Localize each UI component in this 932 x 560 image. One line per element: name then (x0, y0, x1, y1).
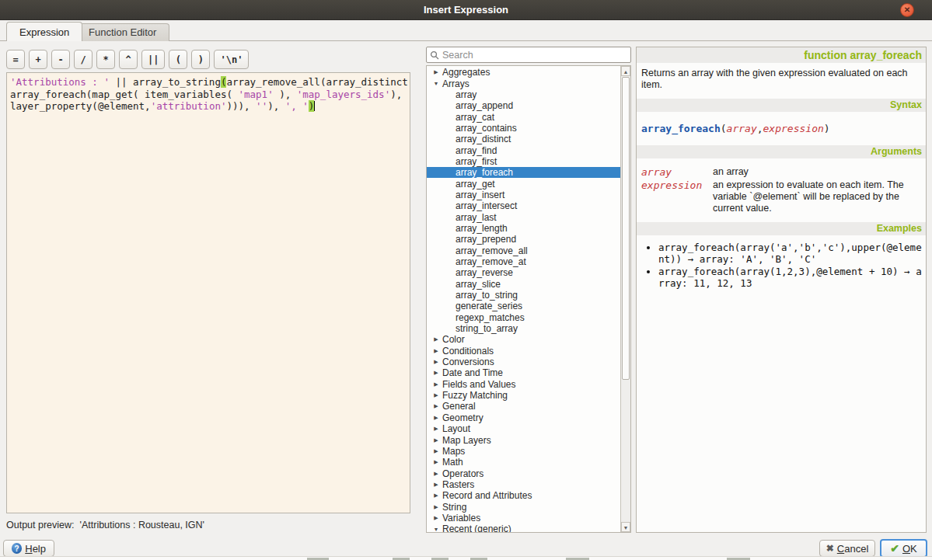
chevron-right-icon[interactable]: ▶ (431, 459, 441, 465)
chevron-right-icon[interactable]: ▶ (431, 359, 441, 365)
tree-group-aggregates[interactable]: ▶Aggregates (427, 67, 620, 78)
tree-item-array-remove-at[interactable]: array_remove_at (427, 256, 620, 267)
tree-group-math[interactable]: ▶Math (427, 457, 620, 468)
operator-button[interactable]: ) (191, 50, 210, 69)
tree-group-arrays[interactable]: ▼Arrays (427, 78, 620, 89)
operator-button[interactable]: ( (169, 50, 187, 69)
tree-label: Conditionals (442, 346, 494, 357)
chevron-right-icon[interactable]: ▶ (431, 515, 441, 521)
chevron-down-icon[interactable]: ▼ (431, 527, 441, 532)
tree-item-array-first[interactable]: array_first (427, 156, 620, 167)
scroll-down-icon[interactable]: ▼ (621, 522, 630, 532)
tree-item-array-find[interactable]: array_find (427, 144, 620, 155)
help-button-label: Help (25, 543, 46, 555)
tree-group-fields-and-values[interactable]: ▶Fields and Values (427, 379, 620, 390)
syntax-function-name: array_foreach (641, 123, 721, 134)
chevron-right-icon[interactable]: ▶ (431, 504, 441, 510)
chevron-right-icon[interactable]: ▶ (431, 471, 441, 477)
tree-group-operators[interactable]: ▶Operators (427, 468, 620, 478)
cancel-button[interactable]: ✖ Cancel (819, 540, 875, 557)
tree-item-array-length[interactable]: array_length (427, 223, 620, 234)
tree-label: array_get (456, 179, 495, 190)
tree-group-rasters[interactable]: ▶Rasters (427, 479, 620, 490)
expression-editor[interactable]: 'Attributions : ' || array_to_string(arr… (6, 72, 410, 513)
chevron-right-icon[interactable]: ▶ (431, 370, 441, 376)
tree-item-array-distinct[interactable]: array_distinct (427, 134, 620, 144)
chevron-right-icon[interactable]: ▶ (431, 448, 441, 454)
tree-label: array_remove_all (456, 245, 528, 256)
chevron-right-icon[interactable]: ▶ (431, 437, 441, 443)
chevron-right-icon[interactable]: ▶ (431, 415, 441, 421)
operator-button[interactable]: * (96, 50, 115, 69)
tree-item-array-get[interactable]: array_get (427, 178, 620, 189)
chevron-right-icon[interactable]: ▶ (431, 392, 441, 398)
ok-button[interactable]: ✔ OK (880, 539, 927, 558)
tree-item-array-last[interactable]: array_last (427, 211, 620, 222)
tab-expression[interactable]: Expression (6, 22, 82, 41)
operator-button[interactable]: = (6, 50, 25, 69)
chevron-right-icon[interactable]: ▶ (431, 381, 441, 388)
tree-item-array-contains[interactable]: array_contains (427, 123, 620, 134)
tree-group-map-layers[interactable]: ▶Map Layers (427, 434, 620, 445)
expression-line: 'Attributions : ' || array_to_string(arr… (10, 76, 407, 89)
operator-button[interactable]: ^ (119, 50, 138, 69)
chevron-right-icon[interactable]: ▶ (431, 492, 441, 499)
operator-button[interactable]: / (74, 50, 93, 69)
search-icon (430, 50, 439, 60)
operator-button[interactable]: || (141, 50, 165, 69)
tree-group-fuzzy-matching[interactable]: ▶Fuzzy Matching (427, 390, 620, 401)
chevron-right-icon[interactable]: ▶ (431, 426, 441, 432)
tree-item-array-prepend[interactable]: array_prepend (427, 234, 620, 245)
tree-item-generate-series[interactable]: generate_series (427, 301, 620, 311)
tree-item-array-intersect[interactable]: array_intersect (427, 200, 620, 211)
tree-item-string-to-array[interactable]: string_to_array (427, 323, 620, 334)
tree-item-array-slice[interactable]: array_slice (427, 279, 620, 290)
cancel-icon: ✖ (826, 543, 834, 554)
chevron-down-icon[interactable]: ▼ (431, 81, 441, 86)
operator-button[interactable]: - (51, 50, 70, 69)
tree-item-array-foreach[interactable]: array_foreach (427, 167, 620, 178)
tree-group-geometry[interactable]: ▶Geometry (427, 412, 620, 423)
cancel-button-label: Cancel (837, 543, 868, 555)
chevron-right-icon[interactable]: ▶ (431, 336, 441, 343)
tree-item-array-append[interactable]: array_append (427, 100, 620, 111)
tree-label: Layout (442, 423, 470, 434)
chevron-right-icon[interactable]: ▶ (431, 69, 441, 75)
tree-group-string[interactable]: ▶String (427, 501, 620, 512)
search-input[interactable] (442, 50, 627, 61)
tree-item-array-reverse[interactable]: array_reverse (427, 267, 620, 278)
tree-item-array-to-string[interactable]: array_to_string (427, 290, 620, 301)
tree-group-date-and-time[interactable]: ▶Date and Time (427, 367, 620, 378)
scrollbar-thumb[interactable] (622, 77, 630, 380)
tree-group-recent-generic[interactable]: ▼Recent (generic) (427, 523, 620, 533)
chevron-right-icon[interactable]: ▶ (431, 403, 441, 409)
titlebar[interactable]: Insert Expression ✕ (0, 0, 932, 20)
tree-group-conversions[interactable]: ▶Conversions (427, 357, 620, 367)
tree-label: array_foreach (456, 167, 513, 178)
close-button[interactable]: ✕ (900, 3, 914, 17)
tab-function-editor[interactable]: Function Editor (75, 23, 169, 41)
tree-group-layout[interactable]: ▶Layout (427, 423, 620, 434)
help-button[interactable]: ? Help (3, 540, 54, 557)
function-tree-scrollbar[interactable]: ▲ ▼ (620, 66, 630, 532)
search-box[interactable] (426, 47, 631, 63)
tree-group-maps[interactable]: ▶Maps (427, 446, 620, 457)
tree-group-conditionals[interactable]: ▶Conditionals (427, 346, 620, 357)
tree-item-array-insert[interactable]: array_insert (427, 190, 620, 200)
tree-group-color[interactable]: ▶Color (427, 334, 620, 345)
tree-group-variables[interactable]: ▶Variables (427, 513, 620, 523)
tree-item-regexp-matches[interactable]: regexp_matches (427, 312, 620, 323)
tree-item-array-cat[interactable]: array_cat (427, 111, 620, 122)
chevron-right-icon[interactable]: ▶ (431, 482, 441, 488)
tree-label: string_to_array (456, 323, 518, 334)
tree-group-general[interactable]: ▶General (427, 401, 620, 412)
tree-group-record-and-attributes[interactable]: ▶Record and Attributes (427, 490, 620, 501)
operator-button[interactable]: + (29, 50, 47, 69)
window-title: Insert Expression (0, 0, 932, 20)
scroll-up-icon[interactable]: ▲ (621, 66, 630, 76)
tree-item-array-remove-all[interactable]: array_remove_all (427, 245, 620, 256)
chevron-right-icon[interactable]: ▶ (431, 348, 441, 354)
tree-label: array (456, 89, 476, 100)
operator-button[interactable]: '\n' (214, 50, 249, 69)
tree-item-array[interactable]: array (427, 89, 620, 100)
